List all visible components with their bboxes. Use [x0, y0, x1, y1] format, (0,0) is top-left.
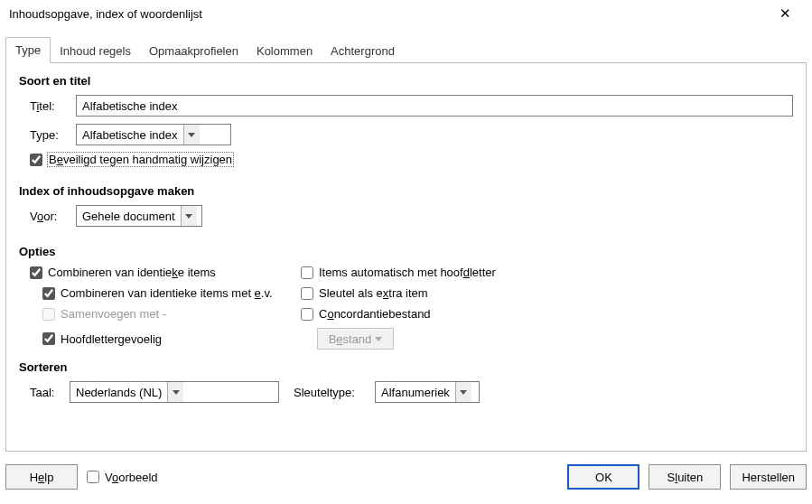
case-sensitive-checkbox[interactable]: Hoofdlettergevoelig: [30, 328, 301, 350]
combine-ev-checkbox[interactable]: Combineren van identieke items met e.v.: [30, 286, 301, 300]
tab-inhoud-regels[interactable]: Inhoud regels: [51, 39, 140, 63]
sluiten-button[interactable]: Sluiten: [649, 464, 721, 490]
merge-with-checkbox: Samenvoegen met -: [30, 307, 301, 321]
help-button[interactable]: Help: [5, 464, 78, 490]
voor-label: Voor:: [30, 210, 70, 223]
herstellen-button[interactable]: Herstellen: [730, 464, 807, 490]
tab-opmaakprofielen[interactable]: Opmaakprofielen: [140, 39, 247, 63]
taal-label: Taal:: [30, 386, 64, 399]
tab-type[interactable]: Type: [5, 37, 51, 63]
tab-achtergrond[interactable]: Achtergrond: [322, 39, 404, 63]
chevron-down-icon: [181, 206, 197, 226]
protect-checkbox[interactable]: Beveiligd tegen handmatig wijzigen: [30, 153, 233, 166]
tabs: Type Inhoud regels Opmaakprofielen Kolom…: [5, 36, 807, 63]
chevron-down-icon: [183, 125, 200, 145]
chevron-down-icon: [455, 382, 471, 402]
sleuteltype-select[interactable]: Alfanumeriek: [375, 381, 480, 403]
bestand-button: Bestand: [317, 328, 394, 350]
taal-select[interactable]: Nederlands (NL): [70, 381, 279, 403]
close-button[interactable]: ✕: [767, 5, 803, 22]
type-select[interactable]: Alfabetische index: [76, 124, 231, 145]
window-title: Inhoudsopgave, index of woordenlijst: [9, 7, 202, 21]
ok-button[interactable]: OK: [567, 464, 639, 490]
voor-select[interactable]: Gehele document: [76, 205, 202, 227]
tab-kolommen[interactable]: Kolommen: [247, 39, 322, 63]
chevron-down-icon: [167, 382, 183, 402]
voorbeeld-checkbox[interactable]: Voorbeeld: [87, 471, 158, 484]
titel-input[interactable]: [76, 95, 793, 117]
section-opties: Opties: [19, 245, 793, 258]
concordance-checkbox[interactable]: Concordantiebestand: [301, 307, 793, 321]
auto-uppercase-checkbox[interactable]: Items automatisch met hoofdletter: [301, 266, 793, 279]
sleuteltype-label: Sleuteltype:: [294, 386, 375, 399]
key-extra-checkbox[interactable]: Sleutel als extra item: [301, 286, 793, 300]
type-label: Type:: [30, 128, 70, 142]
section-index-maken: Index of inhoudsopgave maken: [19, 184, 793, 198]
section-sorteren: Sorteren: [19, 360, 793, 374]
tab-panel: Soort en titel Titel: Type: Alfabetische…: [5, 63, 807, 452]
section-soort-en-titel: Soort en titel: [19, 74, 793, 88]
combine-identical-checkbox[interactable]: Combineren van identieke items: [30, 266, 301, 279]
titel-label: Titel:: [30, 99, 70, 113]
